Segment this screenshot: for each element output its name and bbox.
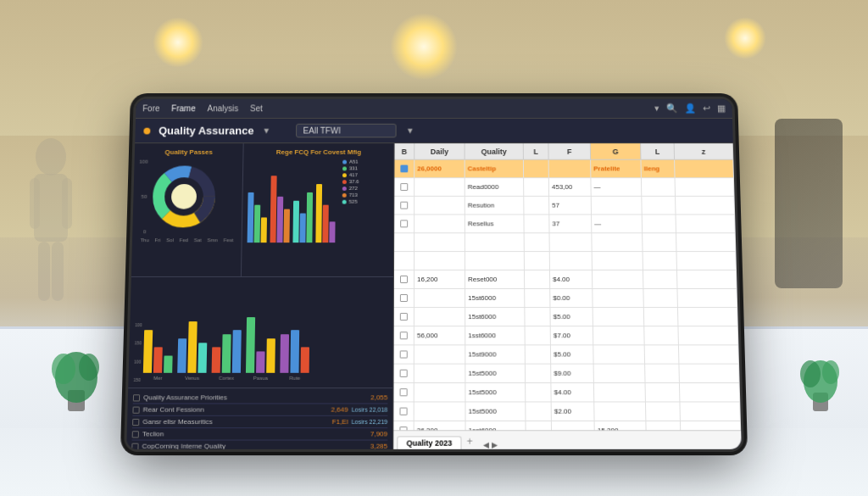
cell-quality-9[interactable]: 15st6000 bbox=[465, 308, 525, 326]
menu-fore[interactable]: Fore bbox=[142, 104, 160, 114]
cell-checkbox-2[interactable] bbox=[394, 178, 415, 196]
cell-checkbox-7[interactable] bbox=[394, 270, 415, 288]
cell-l-15[interactable] bbox=[526, 421, 552, 430]
cell-daily-11[interactable] bbox=[415, 345, 466, 363]
cell-l2-6[interactable] bbox=[643, 252, 677, 270]
cell-daily-12[interactable] bbox=[415, 365, 466, 382]
cell-l2-14[interactable] bbox=[646, 402, 681, 420]
cell-checkbox-6[interactable] bbox=[394, 252, 415, 270]
cell-l-4[interactable] bbox=[524, 215, 549, 233]
cell-z-9[interactable] bbox=[678, 308, 738, 326]
cell-l-12[interactable] bbox=[526, 365, 551, 382]
cell-quality-5[interactable] bbox=[465, 233, 525, 251]
cell-z-6[interactable] bbox=[676, 252, 736, 270]
cell-l-9[interactable] bbox=[525, 308, 550, 326]
cell-l-2[interactable] bbox=[524, 178, 549, 196]
menu-analysis[interactable]: Analysis bbox=[207, 104, 238, 114]
cell-z-10[interactable] bbox=[678, 326, 738, 344]
cell-g-14[interactable] bbox=[594, 402, 646, 420]
cell-daily-8[interactable] bbox=[415, 289, 465, 307]
cell-l-1[interactable] bbox=[524, 160, 549, 178]
cell-checkbox-3[interactable] bbox=[394, 197, 415, 215]
formula-dropdown-arrow[interactable]: ▼ bbox=[406, 126, 415, 136]
cell-f-9[interactable]: $5.00 bbox=[550, 308, 593, 326]
cell-l-6[interactable] bbox=[525, 252, 550, 270]
cell-l-5[interactable] bbox=[525, 233, 550, 251]
cell-quality-4[interactable]: Resellus bbox=[465, 215, 525, 233]
cell-daily-15[interactable]: 26,300 bbox=[415, 421, 466, 430]
cell-z-5[interactable] bbox=[676, 233, 736, 251]
cell-quality-12[interactable]: 15st5000 bbox=[465, 365, 526, 382]
cell-g-11[interactable] bbox=[593, 345, 645, 363]
cell-f-7[interactable]: $4.00 bbox=[550, 270, 593, 288]
cell-z-11[interactable] bbox=[679, 345, 739, 363]
cell-l2-9[interactable] bbox=[644, 308, 679, 326]
cell-g-10[interactable] bbox=[593, 326, 645, 344]
cell-g-15[interactable]: 15,200 bbox=[595, 421, 647, 430]
checkbox-4[interactable] bbox=[132, 431, 139, 437]
cell-g-4[interactable]: — bbox=[592, 215, 643, 233]
cell-checkbox-12[interactable] bbox=[394, 365, 415, 382]
cell-quality-14[interactable]: 15st5000 bbox=[465, 402, 526, 420]
checkbox-5[interactable] bbox=[131, 443, 138, 449]
cell-quality-3[interactable]: Resution bbox=[465, 197, 525, 215]
grid-icon[interactable]: ▦ bbox=[717, 103, 726, 114]
cell-l-13[interactable] bbox=[526, 383, 552, 401]
cell-g-12[interactable] bbox=[594, 365, 646, 382]
cell-l2-3[interactable] bbox=[642, 197, 676, 215]
cell-f-15[interactable] bbox=[552, 421, 595, 430]
checkbox-2[interactable] bbox=[132, 406, 139, 413]
cell-f-8[interactable]: $0.00 bbox=[550, 289, 593, 307]
cell-f-4[interactable]: 37 bbox=[549, 215, 592, 233]
cell-checkbox-10[interactable] bbox=[394, 326, 415, 344]
cell-z-8[interactable] bbox=[677, 289, 737, 307]
cell-g-7[interactable] bbox=[593, 270, 643, 288]
cell-g-2[interactable]: — bbox=[591, 178, 642, 196]
cell-z-14[interactable] bbox=[680, 402, 740, 420]
user-icon[interactable]: 👤 bbox=[684, 103, 696, 114]
cell-l2-15[interactable] bbox=[646, 421, 681, 430]
cell-g-1[interactable]: Pratelite bbox=[591, 160, 642, 178]
cell-checkbox-5[interactable] bbox=[394, 233, 415, 251]
cell-l-11[interactable] bbox=[526, 345, 551, 363]
cell-z-7[interactable] bbox=[677, 270, 737, 288]
cell-l-7[interactable] bbox=[525, 270, 550, 288]
cell-f-1[interactable] bbox=[549, 160, 592, 178]
cell-z-15[interactable] bbox=[681, 421, 741, 430]
search-icon[interactable]: 🔍 bbox=[666, 103, 678, 114]
formula-bar[interactable]: EAll TFWI bbox=[296, 124, 397, 138]
cell-l2-8[interactable] bbox=[643, 289, 678, 307]
cell-z-4[interactable] bbox=[676, 215, 736, 233]
cell-quality-6[interactable] bbox=[465, 252, 525, 270]
cell-quality-13[interactable]: 15st5000 bbox=[465, 383, 526, 401]
cell-g-3[interactable] bbox=[592, 197, 643, 215]
cell-daily-1[interactable]: 26,0000 bbox=[415, 160, 465, 178]
checkbox-1[interactable] bbox=[133, 394, 140, 401]
cell-checkbox-4[interactable] bbox=[394, 215, 415, 233]
cell-quality-1[interactable]: Casteltip bbox=[465, 160, 524, 178]
cell-quality-10[interactable]: 1sst6000 bbox=[465, 326, 526, 344]
cell-f-2[interactable]: 453,00 bbox=[549, 178, 592, 196]
cell-quality-7[interactable]: Reset000 bbox=[465, 270, 525, 288]
cell-daily-9[interactable] bbox=[415, 308, 465, 326]
cell-l2-10[interactable] bbox=[644, 326, 679, 344]
cell-daily-10[interactable]: 56,000 bbox=[415, 326, 465, 344]
cell-quality-8[interactable]: 15st6000 bbox=[465, 289, 525, 307]
cell-checkbox-11[interactable] bbox=[394, 345, 415, 363]
cell-checkbox-9[interactable] bbox=[394, 308, 415, 326]
cell-l2-1[interactable]: Ileng bbox=[641, 160, 675, 178]
sheet-tab-quality2023[interactable]: Quality 2023 bbox=[397, 436, 461, 449]
cell-f-3[interactable]: 57 bbox=[549, 197, 592, 215]
menu-frame[interactable]: Frame bbox=[171, 104, 196, 114]
cell-daily-4[interactable] bbox=[415, 215, 465, 233]
cell-z-12[interactable] bbox=[679, 365, 739, 382]
cell-checkbox-14[interactable] bbox=[393, 402, 414, 420]
cell-l2-2[interactable] bbox=[642, 178, 676, 196]
sheet-nav-right[interactable]: ▶ bbox=[492, 441, 498, 449]
cell-f-10[interactable]: $7.00 bbox=[551, 326, 594, 344]
cell-z-3[interactable] bbox=[676, 197, 735, 215]
cell-g-9[interactable] bbox=[593, 308, 645, 326]
cell-daily-14[interactable] bbox=[415, 402, 466, 420]
cell-daily-6[interactable] bbox=[415, 252, 465, 270]
cell-checkbox-13[interactable] bbox=[393, 383, 414, 401]
